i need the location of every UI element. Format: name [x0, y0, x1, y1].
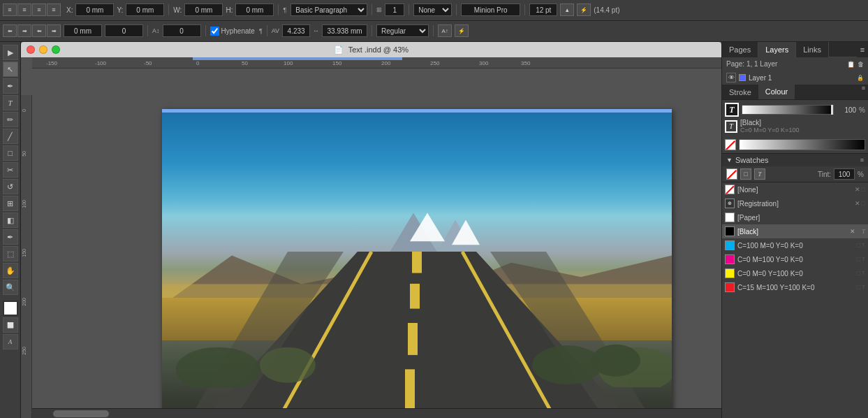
tab-stroke[interactable]: Stroke [722, 85, 758, 99]
indent-btn1[interactable]: ⬅ [3, 24, 17, 37]
colour-panel-options-btn[interactable]: ≡ [859, 85, 868, 99]
stroke-gradient-bar[interactable] [739, 139, 865, 150]
swatch-registration[interactable]: ⊕ [Registration] ✕ □ [722, 196, 868, 210]
leading2-input[interactable]: 33.938 mm [322, 24, 367, 37]
columns-icon: ⊞ [376, 6, 382, 13]
swatch-magenta[interactable]: C=0 M=100 Y=0 K=0 □ T [722, 252, 868, 266]
swatch-yellow[interactable]: C=0 M=0 Y=100 K=0 □ T [722, 266, 868, 280]
hand-tool-btn[interactable]: ✋ [3, 263, 18, 278]
swatch-square-btn[interactable]: □ [740, 168, 751, 180]
fill-color-btn[interactable] [3, 301, 18, 316]
align-left-btn[interactable]: ≡ [3, 3, 17, 16]
scrollbar-thumb[interactable] [53, 410, 109, 417]
scrollbar-horizontal[interactable] [32, 408, 721, 418]
frame-type-btn[interactable]: A [3, 334, 18, 349]
swatches-collapse-arrow[interactable]: ▼ [726, 157, 733, 164]
layer-visibility-btn[interactable]: 👁 [726, 73, 736, 82]
rotate-tool-btn[interactable]: ↺ [3, 179, 18, 194]
indent-btn3[interactable]: ⬅ [32, 24, 46, 37]
align-right-btn[interactable]: ≡ [32, 3, 46, 16]
swatch-black[interactable]: [Black] ✕ □ T [722, 224, 868, 238]
font-size-up-btn[interactable]: ▲ [560, 3, 574, 16]
layer-lock-icon: 🔒 [857, 75, 864, 81]
swatch-cyan-icons: □ T [857, 242, 865, 249]
gradient-tool-btn[interactable]: ◧ [3, 212, 18, 228]
swatch-no-color-btn[interactable] [726, 168, 737, 180]
swatch-red[interactable]: C=15 M=100 Y=100 K=0 □ T [722, 280, 868, 294]
panel-options-btn[interactable]: ≡ [857, 42, 868, 57]
tab-colour[interactable]: Colour [758, 85, 795, 99]
measure-tool-btn[interactable]: ⬚ [3, 246, 18, 261]
tab-pages[interactable]: Pages [722, 42, 758, 57]
y-input[interactable]: 0 mm [126, 3, 164, 16]
swatch-black-x: ✕ [850, 228, 855, 235]
h-input[interactable]: 0 mm [235, 3, 274, 16]
tab-layers[interactable]: Layers [758, 42, 796, 57]
hyphenate-checkbox[interactable] [210, 27, 219, 36]
superscript2-btn[interactable]: A↑ [438, 24, 452, 37]
colour-fill-icon[interactable]: T [725, 103, 739, 117]
type-tool-btn[interactable]: T [3, 95, 18, 110]
rect-tool-btn[interactable]: □ [3, 145, 18, 161]
indent2-input[interactable] [105, 24, 143, 37]
window-min-btn[interactable] [39, 45, 47, 54]
colour-values: C=0 M=0 Y=0 K=100 [740, 127, 799, 134]
swatch-t-btn[interactable]: T [754, 168, 765, 180]
indent-btn2[interactable]: ➡ [17, 24, 31, 37]
ruler-vertical: 0 50 100 150 200 250 [21, 95, 32, 418]
direct-select-btn[interactable]: ↖ [3, 62, 18, 77]
swatch-cyan[interactable]: C=100 M=0 Y=0 K=0 □ T [722, 238, 868, 252]
indent-btn4[interactable]: ➡ [47, 24, 61, 37]
lightning-btn[interactable]: ⚡ [455, 24, 469, 37]
delete-layer-btn[interactable]: 🗑 [858, 61, 864, 68]
tint-input[interactable]: 100 [834, 168, 855, 180]
right-panel: Pages Layers Links ≡ Page: 1, 1 Layer 📋 … [721, 42, 868, 418]
swatch-paper[interactable]: [Paper] [722, 210, 868, 224]
pilcrow-icon: ¶ [259, 27, 263, 34]
align-justify-btn[interactable]: ≡ [47, 3, 61, 16]
pen-tool-btn[interactable]: ✒ [3, 78, 18, 94]
swatch-none-sq: □ [862, 186, 865, 193]
zoom-tool-btn[interactable]: 🔍 [3, 280, 18, 295]
stroke-color-btn[interactable]: ⬜ [3, 317, 18, 333]
swatch-none[interactable]: [None] ✕ □ [722, 182, 868, 196]
swatch-magenta-t: T [862, 256, 865, 263]
canvas-area[interactable] [43, 95, 733, 418]
tracking-input[interactable]: 4.233 [282, 24, 310, 37]
layer-color-swatch [739, 74, 746, 81]
ruler-tick-label: -150 [46, 60, 57, 66]
align-center-btn[interactable]: ≡ [17, 3, 31, 16]
line-tool-btn[interactable]: ╱ [3, 129, 18, 144]
window-max-btn[interactable] [52, 45, 60, 54]
w-label: W: [173, 6, 182, 14]
font-style-dropdown[interactable]: Regular [376, 24, 429, 37]
document-image [162, 109, 672, 418]
w-input[interactable]: 0 mm [184, 3, 223, 16]
selection-tool-btn[interactable]: ▶ [3, 45, 18, 60]
x-input[interactable]: 0 mm [75, 3, 114, 16]
colour-stroke-t-icon[interactable]: T [725, 120, 737, 133]
eyedropper-btn[interactable]: ✒ [3, 229, 18, 245]
colour-slider[interactable] [831, 105, 833, 115]
ruler-tick-label: 50 [242, 60, 248, 66]
new-layer-btn[interactable]: 📋 [847, 61, 855, 68]
layer-item[interactable]: 👁 Layer 1 🔒 [722, 71, 868, 85]
paragraph-style-dropdown[interactable]: Basic Paragraph [290, 3, 367, 16]
swatches-options-btn[interactable]: ≡ [860, 157, 864, 164]
window-close-btn[interactable] [27, 45, 35, 54]
leading-input[interactable] [163, 24, 201, 37]
none-dropdown[interactable]: None [413, 3, 452, 16]
colour-gradient-bar[interactable] [742, 105, 834, 115]
ruler-v-label: 0 [22, 109, 27, 112]
indent1-input[interactable] [64, 24, 102, 37]
tab-links[interactable]: Links [796, 42, 829, 57]
scissors-tool-btn[interactable]: ✂ [3, 162, 18, 178]
scale-tool-btn[interactable]: ⊞ [3, 196, 18, 211]
font-input[interactable]: Minion Pro [461, 3, 520, 16]
columns-input[interactable] [385, 3, 404, 16]
no-color-icon[interactable] [725, 139, 736, 150]
pencil-tool-btn[interactable]: ✏ [3, 112, 18, 127]
superscript-btn[interactable]: ⚡ [577, 3, 591, 16]
font-size-input[interactable] [529, 3, 557, 16]
swatch-black-sq: □ [857, 228, 860, 235]
